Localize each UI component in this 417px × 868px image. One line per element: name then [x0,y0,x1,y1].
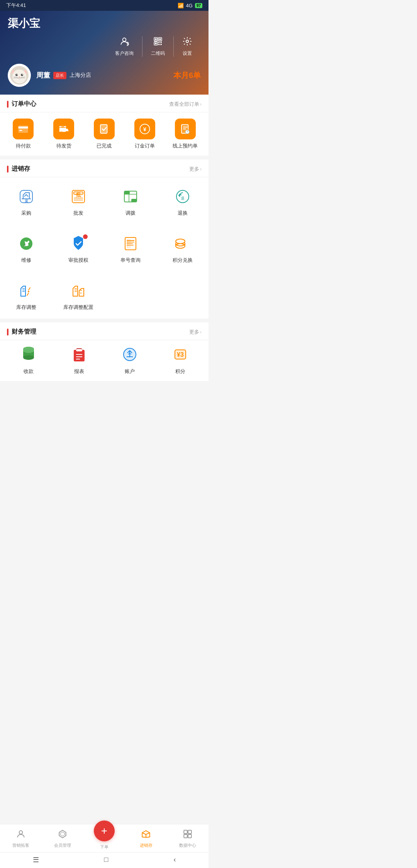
repair-icon [16,234,36,254]
online-booking-item[interactable]: 🕐 线上预约单 [170,119,201,149]
purchase-item[interactable]: 采 采购 [0,181,52,222]
completed-icon [94,119,115,139]
points-exchange-item[interactable]: 积分兑换 [156,228,208,269]
battery-indicator: 97 [195,3,202,8]
inventory-config-icon [68,281,88,301]
network-type: 4G [186,3,193,8]
customer-service-button[interactable]: 客户咨询 [107,36,142,57]
inventory-row-2: 维修 审批授权 [0,224,208,271]
order-number: 6 [189,71,193,80]
svg-point-22 [19,77,20,78]
order-suffix: 单 [193,71,201,80]
approval-badge [83,234,88,239]
inventory-adjust-label: 库存调整 [16,304,36,311]
transfer-item[interactable]: 调拨 [104,181,156,222]
order-section: 订单中心 查看全部订单 › 待付款 [0,95,208,156]
wholesale-icon: 批 [68,186,88,207]
finance-label-1: 收款 [24,368,34,375]
points-exchange-icon [173,234,193,254]
approval-icon [68,234,88,254]
user-left: 周董 店长 上海分店 [8,64,91,87]
purchase-icon: 采 [16,186,36,207]
svg-point-53 [24,244,25,246]
customer-icon [119,36,129,49]
svg-point-19 [21,74,23,76]
finance-item-3[interactable]: 账户 [114,344,145,375]
serial-query-item[interactable]: 串号查询 [104,228,156,269]
user-info: 周董 店长 上海分店 [36,71,91,80]
inventory-more-button[interactable]: 更多 › [189,166,202,173]
finance-icons: 收款 报表 [0,340,208,381]
finance-item-1[interactable]: 收款 [13,344,44,375]
svg-rect-2 [155,38,156,40]
finance-icon-1 [18,344,39,365]
finance-section-header: 财务管理 更多 › [0,322,208,340]
svg-point-75 [23,347,34,351]
svg-text:退: 退 [181,196,185,200]
wholesale-label: 批发 [73,210,83,217]
svg-rect-10 [161,44,162,45]
finance-item-4[interactable]: ¥3 积分 [165,344,196,375]
svg-point-67 [28,291,29,292]
approval-item[interactable]: 审批授权 [52,228,104,269]
qrcode-button[interactable]: 二维码 [142,36,174,57]
customer-label: 客户咨询 [115,50,134,57]
pending-payment-label: 待付款 [16,142,31,149]
return-label: 退换 [178,210,188,217]
transfer-label: 调拨 [125,210,136,217]
finance-chevron-icon: › [200,329,202,335]
svg-rect-7 [158,42,159,43]
header: 渠小宝 客户咨询 [0,11,208,95]
return-item[interactable]: 退 退换 [156,181,208,222]
serial-query-icon [120,234,141,254]
finance-more-button[interactable]: 更多 › [189,329,202,336]
inventory-config-label: 库存调整配置 [63,304,93,311]
settings-label: 设置 [183,50,192,57]
pending-shipment-item[interactable]: 待发货 [48,119,79,149]
pending-payment-item[interactable]: 待付款 [8,119,39,149]
avatar[interactable] [8,64,31,87]
approval-label: 审批授权 [68,257,88,264]
status-right: 📶 4G 97 [178,3,202,8]
pending-shipment-label: 待发货 [56,142,71,149]
svg-rect-78 [76,349,82,351]
inventory-config-item[interactable]: 库存调整配置 [52,275,104,316]
purchase-label: 采购 [21,210,31,217]
svg-rect-68 [80,292,81,294]
online-booking-icon: 🕐 [175,119,196,139]
svg-point-0 [123,38,126,41]
svg-text:¥3: ¥3 [177,351,184,358]
svg-rect-6 [155,42,156,44]
finance-item-2[interactable]: 报表 [64,344,95,375]
order-section-header: 订单中心 查看全部订单 › [0,95,208,112]
deposit-order-icon: ¥ [134,119,155,139]
finance-title-bar [7,329,8,336]
pending-payment-icon [13,119,34,139]
order-icon-grid: 待付款 待发货 [0,112,208,156]
completed-item[interactable]: 已完成 [89,119,120,149]
settings-button[interactable]: 设置 [174,36,201,57]
wholesale-item[interactable]: 批 批发 [52,181,104,222]
inventory-row-3: 库存调整 库存调整配置 [0,271,208,319]
pending-shipment-icon [53,119,74,139]
svg-point-18 [15,74,18,76]
title-bar-decoration [7,101,8,108]
finance-label-3: 账户 [125,368,135,375]
view-all-orders-button[interactable]: 查看全部订单 › [169,101,202,108]
svg-rect-4 [159,38,161,40]
repair-item[interactable]: 维修 [0,228,52,269]
settings-icon [182,36,192,49]
signal-icon: 📶 [178,3,184,8]
finance-section: 财务管理 更多 › 收款 [0,322,208,381]
svg-text:批: 批 [75,192,81,198]
inventory-section-title: 进销存 [7,165,30,173]
header-icons: 客户咨询 二维码 [8,36,201,57]
svg-point-17 [12,70,26,83]
deposit-order-item[interactable]: ¥ 订金订单 [129,119,160,149]
inventory-adjust-item[interactable]: 库存调整 [0,275,52,316]
svg-text:采: 采 [24,199,28,203]
status-time: 下午4:41 [6,2,26,9]
finance-section-title: 财务管理 [7,328,36,336]
user-row: 周董 店长 上海分店 本月6单 [8,64,201,87]
svg-point-72 [23,355,34,360]
